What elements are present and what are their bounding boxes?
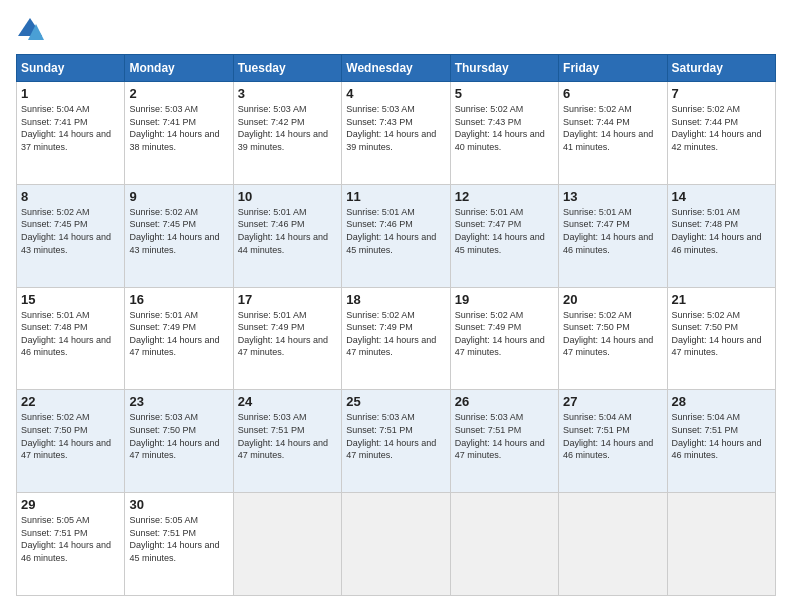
header (16, 16, 776, 44)
day-info: Sunrise: 5:02 AMSunset: 7:50 PMDaylight:… (563, 310, 653, 358)
day-cell: 20 Sunrise: 5:02 AMSunset: 7:50 PMDaylig… (559, 287, 667, 390)
day-info: Sunrise: 5:01 AMSunset: 7:46 PMDaylight:… (238, 207, 328, 255)
day-info: Sunrise: 5:01 AMSunset: 7:48 PMDaylight:… (672, 207, 762, 255)
header-cell-monday: Monday (125, 55, 233, 82)
header-cell-wednesday: Wednesday (342, 55, 450, 82)
day-number: 17 (238, 292, 337, 307)
day-info: Sunrise: 5:02 AMSunset: 7:50 PMDaylight:… (672, 310, 762, 358)
day-info: Sunrise: 5:03 AMSunset: 7:43 PMDaylight:… (346, 104, 436, 152)
day-cell: 9 Sunrise: 5:02 AMSunset: 7:45 PMDayligh… (125, 184, 233, 287)
day-cell: 18 Sunrise: 5:02 AMSunset: 7:49 PMDaylig… (342, 287, 450, 390)
day-info: Sunrise: 5:02 AMSunset: 7:49 PMDaylight:… (346, 310, 436, 358)
day-info: Sunrise: 5:02 AMSunset: 7:50 PMDaylight:… (21, 412, 111, 460)
day-cell: 27 Sunrise: 5:04 AMSunset: 7:51 PMDaylig… (559, 390, 667, 493)
day-info: Sunrise: 5:04 AMSunset: 7:51 PMDaylight:… (563, 412, 653, 460)
day-info: Sunrise: 5:03 AMSunset: 7:41 PMDaylight:… (129, 104, 219, 152)
day-info: Sunrise: 5:01 AMSunset: 7:49 PMDaylight:… (129, 310, 219, 358)
day-cell: 8 Sunrise: 5:02 AMSunset: 7:45 PMDayligh… (17, 184, 125, 287)
day-number: 23 (129, 394, 228, 409)
day-info: Sunrise: 5:01 AMSunset: 7:46 PMDaylight:… (346, 207, 436, 255)
day-info: Sunrise: 5:03 AMSunset: 7:51 PMDaylight:… (455, 412, 545, 460)
header-row: SundayMondayTuesdayWednesdayThursdayFrid… (17, 55, 776, 82)
calendar-body: 1 Sunrise: 5:04 AMSunset: 7:41 PMDayligh… (17, 82, 776, 596)
day-cell: 5 Sunrise: 5:02 AMSunset: 7:43 PMDayligh… (450, 82, 558, 185)
day-cell: 1 Sunrise: 5:04 AMSunset: 7:41 PMDayligh… (17, 82, 125, 185)
day-number: 29 (21, 497, 120, 512)
week-row-3: 15 Sunrise: 5:01 AMSunset: 7:48 PMDaylig… (17, 287, 776, 390)
day-number: 2 (129, 86, 228, 101)
day-cell: 22 Sunrise: 5:02 AMSunset: 7:50 PMDaylig… (17, 390, 125, 493)
day-number: 12 (455, 189, 554, 204)
day-cell: 7 Sunrise: 5:02 AMSunset: 7:44 PMDayligh… (667, 82, 775, 185)
day-cell (342, 493, 450, 596)
day-number: 27 (563, 394, 662, 409)
day-number: 15 (21, 292, 120, 307)
week-row-4: 22 Sunrise: 5:02 AMSunset: 7:50 PMDaylig… (17, 390, 776, 493)
day-number: 5 (455, 86, 554, 101)
day-info: Sunrise: 5:05 AMSunset: 7:51 PMDaylight:… (21, 515, 111, 563)
day-number: 11 (346, 189, 445, 204)
day-cell: 3 Sunrise: 5:03 AMSunset: 7:42 PMDayligh… (233, 82, 341, 185)
day-number: 8 (21, 189, 120, 204)
day-number: 19 (455, 292, 554, 307)
day-info: Sunrise: 5:04 AMSunset: 7:41 PMDaylight:… (21, 104, 111, 152)
calendar-header: SundayMondayTuesdayWednesdayThursdayFrid… (17, 55, 776, 82)
day-info: Sunrise: 5:02 AMSunset: 7:44 PMDaylight:… (563, 104, 653, 152)
day-info: Sunrise: 5:01 AMSunset: 7:47 PMDaylight:… (563, 207, 653, 255)
day-cell: 29 Sunrise: 5:05 AMSunset: 7:51 PMDaylig… (17, 493, 125, 596)
day-cell: 6 Sunrise: 5:02 AMSunset: 7:44 PMDayligh… (559, 82, 667, 185)
day-info: Sunrise: 5:02 AMSunset: 7:45 PMDaylight:… (129, 207, 219, 255)
day-info: Sunrise: 5:02 AMSunset: 7:49 PMDaylight:… (455, 310, 545, 358)
day-number: 7 (672, 86, 771, 101)
logo (16, 16, 48, 44)
day-cell: 13 Sunrise: 5:01 AMSunset: 7:47 PMDaylig… (559, 184, 667, 287)
day-number: 22 (21, 394, 120, 409)
day-number: 28 (672, 394, 771, 409)
day-cell: 19 Sunrise: 5:02 AMSunset: 7:49 PMDaylig… (450, 287, 558, 390)
day-number: 21 (672, 292, 771, 307)
page: SundayMondayTuesdayWednesdayThursdayFrid… (0, 0, 792, 612)
day-number: 24 (238, 394, 337, 409)
day-cell: 2 Sunrise: 5:03 AMSunset: 7:41 PMDayligh… (125, 82, 233, 185)
day-info: Sunrise: 5:02 AMSunset: 7:44 PMDaylight:… (672, 104, 762, 152)
day-cell: 26 Sunrise: 5:03 AMSunset: 7:51 PMDaylig… (450, 390, 558, 493)
day-number: 3 (238, 86, 337, 101)
day-cell (559, 493, 667, 596)
day-info: Sunrise: 5:05 AMSunset: 7:51 PMDaylight:… (129, 515, 219, 563)
day-info: Sunrise: 5:03 AMSunset: 7:51 PMDaylight:… (238, 412, 328, 460)
day-number: 13 (563, 189, 662, 204)
week-row-5: 29 Sunrise: 5:05 AMSunset: 7:51 PMDaylig… (17, 493, 776, 596)
day-cell (450, 493, 558, 596)
day-number: 6 (563, 86, 662, 101)
day-number: 10 (238, 189, 337, 204)
day-cell: 23 Sunrise: 5:03 AMSunset: 7:50 PMDaylig… (125, 390, 233, 493)
header-cell-tuesday: Tuesday (233, 55, 341, 82)
day-number: 4 (346, 86, 445, 101)
day-info: Sunrise: 5:01 AMSunset: 7:48 PMDaylight:… (21, 310, 111, 358)
day-cell: 14 Sunrise: 5:01 AMSunset: 7:48 PMDaylig… (667, 184, 775, 287)
day-info: Sunrise: 5:01 AMSunset: 7:47 PMDaylight:… (455, 207, 545, 255)
week-row-2: 8 Sunrise: 5:02 AMSunset: 7:45 PMDayligh… (17, 184, 776, 287)
day-cell: 10 Sunrise: 5:01 AMSunset: 7:46 PMDaylig… (233, 184, 341, 287)
day-info: Sunrise: 5:03 AMSunset: 7:51 PMDaylight:… (346, 412, 436, 460)
day-number: 25 (346, 394, 445, 409)
day-info: Sunrise: 5:02 AMSunset: 7:45 PMDaylight:… (21, 207, 111, 255)
day-info: Sunrise: 5:04 AMSunset: 7:51 PMDaylight:… (672, 412, 762, 460)
day-cell: 25 Sunrise: 5:03 AMSunset: 7:51 PMDaylig… (342, 390, 450, 493)
day-cell: 17 Sunrise: 5:01 AMSunset: 7:49 PMDaylig… (233, 287, 341, 390)
header-cell-saturday: Saturday (667, 55, 775, 82)
day-number: 18 (346, 292, 445, 307)
logo-icon (16, 16, 44, 44)
day-number: 30 (129, 497, 228, 512)
day-cell: 21 Sunrise: 5:02 AMSunset: 7:50 PMDaylig… (667, 287, 775, 390)
day-cell: 12 Sunrise: 5:01 AMSunset: 7:47 PMDaylig… (450, 184, 558, 287)
day-info: Sunrise: 5:01 AMSunset: 7:49 PMDaylight:… (238, 310, 328, 358)
day-info: Sunrise: 5:03 AMSunset: 7:50 PMDaylight:… (129, 412, 219, 460)
day-cell (233, 493, 341, 596)
day-cell: 4 Sunrise: 5:03 AMSunset: 7:43 PMDayligh… (342, 82, 450, 185)
day-cell (667, 493, 775, 596)
header-cell-sunday: Sunday (17, 55, 125, 82)
day-cell: 16 Sunrise: 5:01 AMSunset: 7:49 PMDaylig… (125, 287, 233, 390)
day-info: Sunrise: 5:02 AMSunset: 7:43 PMDaylight:… (455, 104, 545, 152)
day-number: 9 (129, 189, 228, 204)
